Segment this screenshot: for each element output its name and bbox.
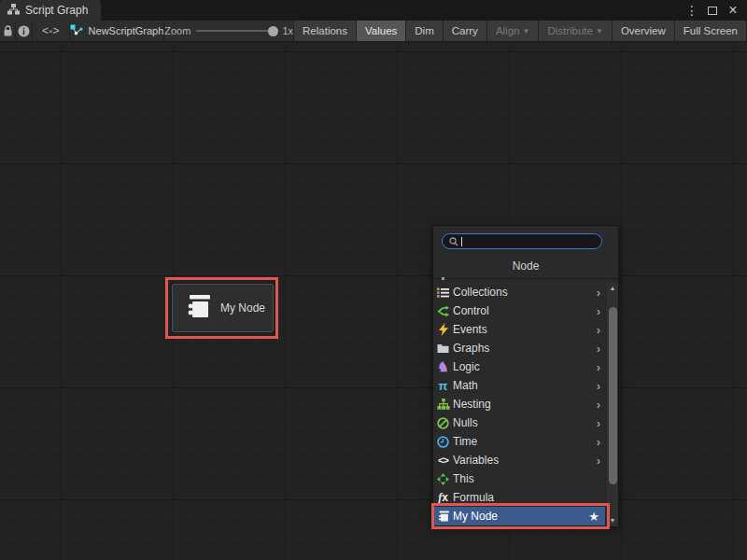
list-item-formula[interactable]: fxFormula bbox=[433, 488, 607, 507]
maximize-icon[interactable] bbox=[704, 1, 721, 20]
list-item-label: Formula bbox=[453, 491, 605, 504]
graph-name-group[interactable]: NewScriptGraph bbox=[70, 21, 165, 41]
unit-icon bbox=[436, 510, 450, 524]
code-brackets-icon[interactable]: <×> bbox=[33, 21, 70, 41]
list-item-nulls[interactable]: Nulls› bbox=[433, 413, 607, 432]
zoom-slider[interactable] bbox=[196, 30, 276, 32]
math-icon: π bbox=[436, 379, 450, 393]
toolbar-button-overview[interactable]: Overview bbox=[613, 21, 675, 41]
zoom-label: Zoom bbox=[164, 25, 190, 36]
zoom-value: 1x bbox=[282, 25, 293, 36]
chevron-right-icon: › bbox=[597, 398, 605, 412]
list-item-time[interactable]: Time› bbox=[433, 432, 607, 451]
list-item-control[interactable]: Control› bbox=[433, 301, 607, 320]
list-item-nesting[interactable]: Nesting› bbox=[433, 395, 607, 413]
dropdown-caret-icon: ▼ bbox=[522, 27, 529, 35]
toolbar-button-label: Distribute bbox=[547, 25, 593, 36]
script-graph-icon bbox=[7, 2, 20, 19]
search-icon bbox=[449, 233, 458, 250]
lock-icon[interactable] bbox=[0, 21, 16, 41]
list-item-events[interactable]: Events› bbox=[433, 320, 607, 339]
list-item-label: Time bbox=[453, 435, 594, 448]
scroll-up-icon[interactable]: ▲ bbox=[606, 283, 619, 294]
list-item-this[interactable]: This bbox=[433, 469, 607, 488]
this-icon bbox=[436, 472, 450, 486]
list-item-collections[interactable]: Collections› bbox=[433, 283, 607, 301]
search-box[interactable] bbox=[442, 233, 602, 249]
titlebar: Script Graph ⋮ × bbox=[0, 0, 747, 21]
separator-dot bbox=[442, 277, 444, 280]
list-item-label: Control bbox=[453, 304, 594, 317]
text-caret bbox=[461, 237, 462, 246]
chevron-right-icon: › bbox=[597, 416, 605, 430]
nulls-icon bbox=[436, 416, 450, 430]
tab-label: Script Graph bbox=[25, 4, 88, 17]
info-icon[interactable] bbox=[16, 21, 32, 41]
list-item-math[interactable]: πMath› bbox=[433, 376, 607, 395]
graph-name: NewScriptGraph bbox=[89, 25, 164, 36]
toolbar-button-values[interactable]: Values bbox=[357, 21, 406, 41]
annotation-highlight-node: My Node bbox=[165, 277, 278, 339]
scrollbar-thumb[interactable] bbox=[609, 307, 617, 484]
unit-icon bbox=[185, 292, 212, 324]
chevron-right-icon: › bbox=[597, 454, 605, 468]
list-item-label: This bbox=[453, 472, 605, 485]
favorite-star-icon[interactable]: ★ bbox=[588, 510, 605, 524]
chevron-right-icon: › bbox=[597, 360, 605, 374]
search-input[interactable] bbox=[465, 236, 595, 247]
scroll-down-icon[interactable]: ▼ bbox=[606, 515, 619, 526]
chevron-right-icon: › bbox=[597, 342, 605, 356]
list-item-label: Graphs bbox=[453, 342, 594, 355]
node-search-popup: Node Collections›Control›Events›Graphs›♞… bbox=[432, 225, 619, 525]
script-graph-window: Script Graph ⋮ × <×> bbox=[0, 0, 747, 560]
list-item-logic[interactable]: ♞Logic› bbox=[433, 357, 607, 376]
graph-icon bbox=[70, 24, 83, 37]
zoom-slider-handle[interactable] bbox=[268, 26, 278, 36]
graph-canvas[interactable]: My Node Node bbox=[0, 42, 747, 560]
toolbar-button-label: Relations bbox=[303, 25, 347, 36]
list-item-label: Logic bbox=[453, 360, 594, 373]
toolbar-button-label: Dim bbox=[415, 25, 433, 36]
node-label: My Node bbox=[220, 301, 265, 315]
toolbar-button-label: Values bbox=[365, 25, 397, 36]
toolbar-button-align: Align▼ bbox=[487, 21, 540, 41]
kebab-menu-icon[interactable]: ⋮ bbox=[684, 1, 700, 20]
list-item-variables[interactable]: <>Variables› bbox=[433, 451, 607, 469]
list-item-label: Nesting bbox=[453, 398, 594, 411]
logic-icon: ♞ bbox=[436, 360, 450, 374]
events-icon bbox=[436, 323, 450, 337]
graph-node-my-node[interactable]: My Node bbox=[172, 284, 274, 332]
popup-header: Node bbox=[433, 253, 618, 278]
variables-icon: <> bbox=[436, 454, 450, 468]
list-item-graphs[interactable]: Graphs› bbox=[433, 339, 607, 357]
chevron-right-icon: › bbox=[597, 286, 605, 300]
graphs-icon bbox=[436, 342, 450, 356]
nesting-icon bbox=[436, 398, 450, 412]
list-item-label: Math bbox=[453, 379, 594, 392]
toolbar-button-distribute: Distribute▼ bbox=[539, 21, 613, 41]
time-icon bbox=[436, 435, 450, 449]
chevron-right-icon: › bbox=[597, 435, 605, 449]
list-item-label: Nulls bbox=[453, 416, 594, 429]
tab-script-graph[interactable]: Script Graph bbox=[0, 0, 101, 21]
collections-icon bbox=[436, 286, 450, 300]
list-item-my-node[interactable]: My Node★ bbox=[433, 507, 607, 525]
toolbar-button-dim[interactable]: Dim bbox=[406, 21, 443, 41]
toolbar-button-label: Align bbox=[496, 25, 520, 36]
dropdown-caret-icon: ▼ bbox=[596, 27, 603, 35]
toolbar-button-label: Overview bbox=[621, 25, 666, 36]
toolbar-button-relations[interactable]: Relations bbox=[294, 21, 357, 41]
control-icon bbox=[436, 304, 450, 318]
chevron-right-icon: › bbox=[597, 323, 605, 337]
toolbar: <×> NewScriptGraph Zoom 1x RelationsValu… bbox=[0, 21, 747, 42]
list-item-label: Collections bbox=[453, 286, 594, 299]
toolbar-buttons: RelationsValuesDimCarryAlign▼Distribute▼… bbox=[294, 21, 747, 41]
list-item-label: Events bbox=[453, 323, 594, 336]
popup-scrollbar[interactable]: ▲ ▼ bbox=[605, 283, 618, 526]
zoom-control: Zoom 1x bbox=[164, 21, 294, 41]
close-icon[interactable]: × bbox=[725, 1, 741, 20]
toolbar-button-carry[interactable]: Carry bbox=[444, 21, 487, 41]
toolbar-button-label: Full Screen bbox=[684, 25, 738, 36]
toolbar-button-label: Carry bbox=[452, 25, 478, 36]
toolbar-button-full-screen[interactable]: Full Screen bbox=[675, 21, 747, 41]
